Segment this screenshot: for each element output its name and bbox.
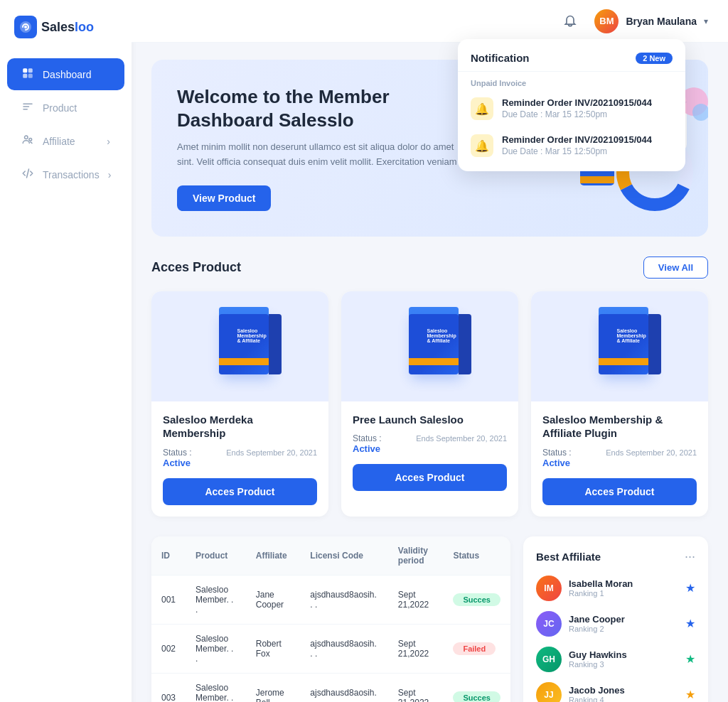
cell-product: Salesloo Member. . . xyxy=(186,575,246,624)
table-header-license: Licensi Code xyxy=(300,536,388,576)
chevron-right-icon: › xyxy=(107,136,110,147)
table-header-validity: Validity period xyxy=(388,536,444,576)
cell-status: Failed xyxy=(443,624,510,673)
cell-id: 002 xyxy=(151,624,186,673)
avatar: BM xyxy=(594,9,619,33)
notification-item: 🔔 Reminder Order INV/20210915/044 Due Da… xyxy=(458,127,685,164)
view-all-button[interactable]: View All xyxy=(643,256,708,279)
cell-license: ajsdhausd8aosih. . . xyxy=(300,673,388,702)
products-grid: SaleslooMembership & Affiliate Salesloo … xyxy=(151,291,708,517)
product-box-illustration: SaleslooMembership & Affiliate xyxy=(398,307,462,385)
star-icon: ★ xyxy=(685,581,695,595)
status-badge: Succes xyxy=(453,691,500,702)
cell-affiliate: Robert Fox xyxy=(246,624,301,673)
sidebar-item-affiliate[interactable]: Affiliate › xyxy=(7,125,124,157)
notification-item: 🔔 Reminder Order INV/20210915/044 Due Da… xyxy=(458,90,685,127)
view-product-button[interactable]: View Product xyxy=(177,185,271,211)
notification-bell-button[interactable] xyxy=(557,9,583,34)
affiliate-list: IM Isabella Moran Ranking 1 ★ JC Jane Co… xyxy=(536,576,695,702)
hero-text: Welcome to the Member Dashboard Salesslo… xyxy=(177,85,461,211)
best-affiliate-card: Best Affiliate ··· IM Isabella Moran Ran… xyxy=(523,536,708,702)
cell-status: Succes xyxy=(443,673,510,702)
more-options-button[interactable]: ··· xyxy=(685,549,695,564)
cell-affiliate: Jerome Bell xyxy=(246,673,301,702)
star-icon: ★ xyxy=(685,652,695,666)
product-info: Salesloo Membership & Affiliate Plugin S… xyxy=(531,401,708,517)
svg-rect-5 xyxy=(28,74,33,78)
sidebar-item-dashboard[interactable]: Dashboard xyxy=(7,58,124,90)
affiliate-item: IM Isabella Moran Ranking 1 ★ xyxy=(536,576,695,601)
cell-product: Salesloo Member. . . xyxy=(186,673,246,702)
sidebar-item-label: Affiliate xyxy=(43,136,75,147)
table-header-id: ID xyxy=(151,536,186,576)
access-product-button[interactable]: Acces Product xyxy=(163,478,317,505)
invoice-icon: 🔔 xyxy=(471,97,493,120)
transactions-icon xyxy=(21,167,34,182)
sidebar-navigation: Dashboard Product Affiliate › Transactio… xyxy=(0,51,132,702)
status-badge: Succes xyxy=(453,593,500,606)
product-card: SaleslooMembership & Affiliate Pree Laun… xyxy=(341,291,518,517)
table-header-affiliate: Affiliate xyxy=(246,536,301,576)
product-info: Salesloo Merdeka Membership Status : Act… xyxy=(151,401,328,517)
notification-sub-text: Due Date : Mar 15 12:50pm xyxy=(502,146,673,156)
cell-validity: Sept 21,2022 xyxy=(388,624,444,673)
notification-sub-text: Due Date : Mar 15 12:50pm xyxy=(502,109,673,119)
cell-product: Salesloo Member. . . xyxy=(186,624,246,673)
product-name: Salesloo Merdeka Membership xyxy=(163,413,317,441)
cell-license: ajsdhausd8aosih. . . xyxy=(300,624,388,673)
table-row: 002 Salesloo Member. . . Robert Fox ajsd… xyxy=(151,624,510,673)
affiliate-name: Isabella Moran xyxy=(569,578,678,589)
svg-point-7 xyxy=(29,138,32,141)
affiliate-rank: Ranking 4 xyxy=(569,696,678,702)
svg-point-6 xyxy=(25,136,28,139)
product-meta: Status : Active Ends September 20, 2021 xyxy=(163,448,317,468)
svg-rect-15 xyxy=(580,176,614,183)
star-icon: ★ xyxy=(685,688,695,701)
topbar: BM Bryan Maulana ▾ xyxy=(132,0,728,43)
status-value: Active xyxy=(163,458,192,468)
avatar: GH xyxy=(536,647,562,672)
access-product-button[interactable]: Acces Product xyxy=(353,464,507,491)
bottom-section: ID Product Affiliate Licensi Code Validi… xyxy=(151,536,708,702)
avatar: JC xyxy=(536,611,562,637)
svg-rect-2 xyxy=(23,68,27,72)
sidebar-item-label: Transactions xyxy=(43,169,100,180)
product-box-illustration: SaleslooMembership & Affiliate xyxy=(588,307,652,385)
affiliate-name: Guy Hawkins xyxy=(569,649,678,660)
affiliate-item: JJ Jacob Jones Ranking 4 ★ xyxy=(536,682,695,702)
sidebar-item-transactions[interactable]: Transactions › xyxy=(7,158,124,190)
notification-text: Reminder Order INV/20210915/044 Due Date… xyxy=(502,134,673,156)
status-label: Status : xyxy=(353,433,382,443)
sidebar-item-product[interactable]: Product xyxy=(7,92,124,124)
cell-status: Succes xyxy=(443,575,510,624)
product-image: SaleslooMembership & Affiliate xyxy=(341,291,518,401)
product-image: SaleslooMembership & Affiliate xyxy=(151,291,328,401)
product-meta: Status : Active Ends September 20, 2021 xyxy=(542,448,697,468)
status-value: Active xyxy=(542,458,572,468)
notification-badge: 2 New xyxy=(636,53,673,64)
cell-validity: Sept 21,2022 xyxy=(388,673,444,702)
notification-header: Notification 2 New xyxy=(458,52,685,72)
hero-title: Welcome to the Member Dashboard Salesslo xyxy=(177,85,461,131)
access-product-button[interactable]: Acces Product xyxy=(542,478,697,505)
sidebar-item-label: Product xyxy=(43,102,77,114)
status-value: Active xyxy=(353,443,382,454)
product-card: SaleslooMembership & Affiliate Salesloo … xyxy=(531,291,708,517)
affiliate-title: Best Affiliate xyxy=(536,551,601,563)
cell-validity: Sept 21,2022 xyxy=(388,575,444,624)
hero-description: Amet minim mollit non deserunt ullamco e… xyxy=(177,140,461,170)
notification-text: Reminder Order INV/20210915/044 Due Date… xyxy=(502,97,673,119)
user-menu[interactable]: BM Bryan Maulana ▾ xyxy=(594,9,708,33)
affiliate-info: Isabella Moran Ranking 1 xyxy=(569,578,678,598)
notification-main-text: Reminder Order INV/20210915/044 xyxy=(502,134,673,145)
notification-title: Notification xyxy=(471,52,530,64)
affiliate-name: Jacob Jones xyxy=(569,685,678,696)
affiliate-name: Jane Cooper xyxy=(569,614,678,625)
status-label: Status : xyxy=(542,448,572,458)
chevron-right-icon: › xyxy=(108,169,112,180)
product-name: Pree Launch Salesloo xyxy=(353,413,507,427)
product-meta: Status : Active Ends September 20, 2021 xyxy=(353,433,507,454)
user-name: Bryan Maulana xyxy=(626,16,697,27)
affiliate-info: Jane Cooper Ranking 2 xyxy=(569,614,678,633)
logo-icon xyxy=(14,16,37,38)
